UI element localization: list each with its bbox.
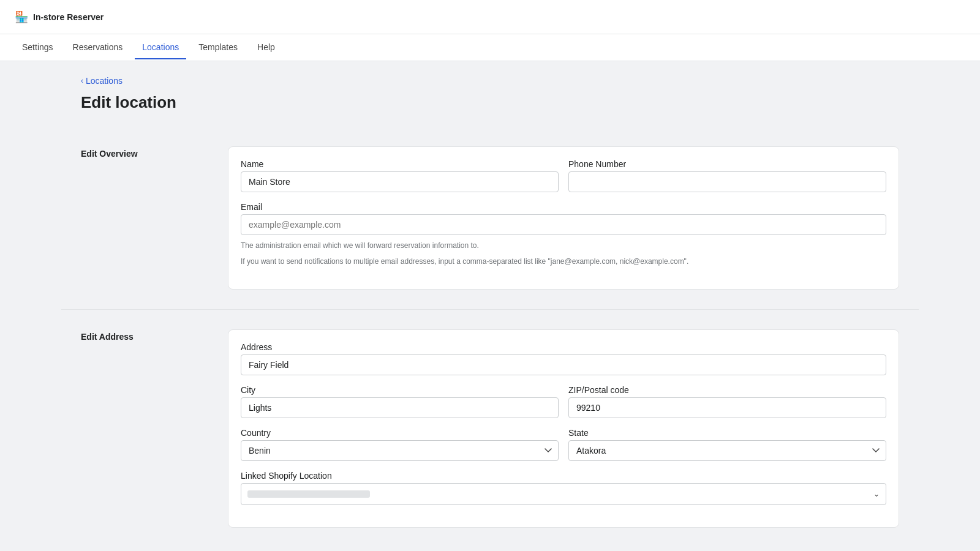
linked-shopify-field[interactable]: ⌄ bbox=[241, 483, 886, 505]
app-logo: 🏪 In-store Reserver bbox=[15, 10, 104, 24]
address-label: Address bbox=[241, 342, 886, 352]
city-zip-row: City ZIP/Postal code bbox=[241, 385, 886, 418]
country-select[interactable]: Benin bbox=[241, 440, 559, 461]
email-hint-1: The administration email which we will f… bbox=[241, 240, 886, 251]
address-group: Address bbox=[241, 342, 886, 375]
country-group: Country Benin bbox=[241, 428, 559, 461]
main-content: ‹ Locations Edit location Edit Overview … bbox=[61, 61, 919, 551]
linked-shopify-loading bbox=[247, 490, 370, 498]
top-bar: 🏪 In-store Reserver bbox=[0, 0, 980, 34]
email-group: Email The administration email which we … bbox=[241, 202, 886, 267]
page-title: Edit location bbox=[81, 93, 899, 112]
nav-settings[interactable]: Settings bbox=[15, 36, 61, 59]
address-row: Address bbox=[241, 342, 886, 375]
breadcrumb[interactable]: ‹ Locations bbox=[81, 76, 899, 86]
name-group: Name bbox=[241, 159, 559, 192]
phone-input[interactable] bbox=[568, 171, 886, 192]
edit-address-section: Edit Address Address City ZIP/Postal cod… bbox=[81, 310, 899, 547]
edit-overview-section: Edit Overview Name Phone Number Email Th… bbox=[81, 127, 899, 309]
phone-label: Phone Number bbox=[568, 159, 886, 169]
nav-help[interactable]: Help bbox=[250, 36, 282, 59]
nav-locations[interactable]: Locations bbox=[135, 36, 186, 59]
zip-label: ZIP/Postal code bbox=[568, 385, 886, 395]
linked-shopify-group: Linked Shopify Location ⌄ bbox=[241, 471, 886, 505]
state-select[interactable]: Atakora bbox=[568, 440, 886, 461]
edit-address-card: Address City ZIP/Postal code Country bbox=[228, 329, 899, 528]
country-label: Country bbox=[241, 428, 559, 438]
address-input[interactable] bbox=[241, 354, 886, 375]
name-label: Name bbox=[241, 159, 559, 169]
app-logo-icon: 🏪 bbox=[15, 10, 28, 24]
name-input[interactable] bbox=[241, 171, 559, 192]
city-label: City bbox=[241, 385, 559, 395]
country-state-row: Country Benin State Atakora bbox=[241, 428, 886, 461]
edit-overview-card: Name Phone Number Email The administrati… bbox=[228, 146, 899, 290]
linked-shopify-row: Linked Shopify Location ⌄ bbox=[241, 471, 886, 505]
city-input[interactable] bbox=[241, 397, 559, 418]
zip-input[interactable] bbox=[568, 397, 886, 418]
linked-shopify-label: Linked Shopify Location bbox=[241, 471, 886, 481]
nav-bar: Settings Reservations Locations Template… bbox=[0, 34, 980, 61]
nav-templates[interactable]: Templates bbox=[191, 36, 245, 59]
city-group: City bbox=[241, 385, 559, 418]
email-row: Email The administration email which we … bbox=[241, 202, 886, 267]
email-input[interactable] bbox=[241, 214, 886, 235]
state-label: State bbox=[568, 428, 886, 438]
linked-shopify-arrow-icon: ⌄ bbox=[873, 490, 880, 498]
state-group: State Atakora bbox=[568, 428, 886, 461]
phone-group: Phone Number bbox=[568, 159, 886, 192]
breadcrumb-chevron-icon: ‹ bbox=[81, 77, 83, 85]
email-hint-2: If you want to send notifications to mul… bbox=[241, 256, 886, 267]
app-name: In-store Reserver bbox=[33, 12, 104, 22]
breadcrumb-label: Locations bbox=[86, 76, 123, 86]
zip-group: ZIP/Postal code bbox=[568, 385, 886, 418]
edit-address-label: Edit Address bbox=[81, 329, 203, 528]
name-phone-row: Name Phone Number bbox=[241, 159, 886, 192]
edit-overview-label: Edit Overview bbox=[81, 146, 203, 290]
nav-reservations[interactable]: Reservations bbox=[66, 36, 130, 59]
email-label: Email bbox=[241, 202, 886, 212]
